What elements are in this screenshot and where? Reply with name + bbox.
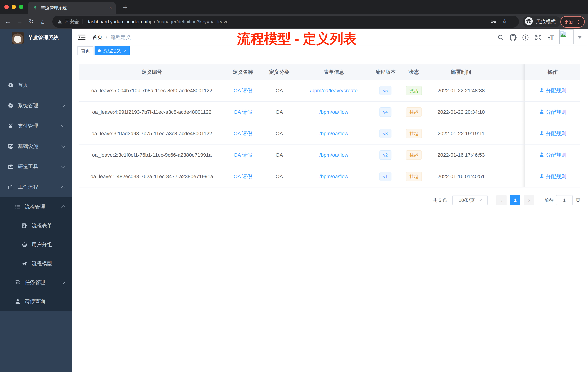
assign-rule-link[interactable]: 分配规则 [539, 109, 566, 116]
reload-icon[interactable]: ↻ [27, 17, 36, 26]
sidebar-logo-row[interactable]: 芋道管理系统 [0, 29, 72, 47]
search-icon[interactable] [497, 34, 504, 41]
assign-rule-link[interactable]: 分配规则 [539, 130, 566, 137]
cell-action[interactable]: 分配规则 [525, 123, 580, 144]
cell-definition-name[interactable]: OA 请假 [225, 144, 261, 166]
definition-name-link[interactable]: OA 请假 [234, 174, 252, 179]
version-badge: v5 [379, 86, 391, 95]
update-label[interactable]: 更新 [564, 19, 574, 25]
table-body: oa_leave:5:004b710b-7b8a-11ec-8ef0-acde4… [79, 80, 580, 187]
cell-definition-name[interactable]: OA 请假 [225, 166, 261, 187]
cell-definition-category: OA [261, 166, 297, 187]
definition-name-link[interactable]: OA 请假 [234, 152, 252, 158]
cell-form-info[interactable]: /bpm/oa/flow [297, 101, 370, 123]
font-size-icon[interactable]: тT [547, 34, 555, 41]
sidebar-item-3[interactable]: 基础设施 [0, 136, 72, 156]
next-page-button[interactable]: › [524, 195, 534, 205]
cell-action[interactable]: 分配规则 [525, 80, 580, 101]
definition-id: oa_leave:1:482ec033-762a-11ec-8477-a2380… [90, 174, 213, 179]
sidebar-item-10[interactable]: 任务管理 [0, 273, 72, 292]
help-icon[interactable]: ? [522, 34, 529, 41]
update-button[interactable]: 更新 ⋮ [560, 16, 585, 28]
assign-rule-link[interactable]: 分配规则 [539, 173, 566, 180]
form-info-link[interactable]: /bpm/oa/flow [319, 109, 348, 115]
address-divider [83, 19, 83, 24]
home-icon[interactable]: ⌂ [39, 17, 47, 26]
sidebar-item-6[interactable]: 流程管理 [0, 197, 72, 216]
traffic-light-minimize[interactable] [12, 5, 16, 9]
definition-id: oa_leave:5:004b710b-7b8a-11ec-8ef0-acde4… [91, 88, 212, 93]
sidebar-item-label: 请假查询 [25, 298, 45, 305]
chevron-down-icon [61, 164, 65, 168]
form-info-link[interactable]: /bpm/oa/leave/create [310, 88, 358, 93]
bookmark-star-icon[interactable]: ☆ [502, 18, 507, 25]
form-info-link[interactable]: /bpm/oa/flow [319, 131, 348, 136]
cell-definition-name[interactable]: OA 请假 [225, 123, 261, 144]
browser-tab[interactable]: 芋道管理系统 × [28, 2, 116, 14]
chevron-down-icon [61, 144, 65, 148]
cell-form-info[interactable]: /bpm/oa/flow [297, 123, 370, 144]
cell-form-info[interactable]: /bpm/oa/leave/create [297, 80, 370, 101]
cell-action[interactable]: 分配规则 [525, 166, 580, 187]
avatar-dropdown-caret-icon[interactable] [578, 36, 581, 39]
fullscreen-icon[interactable] [535, 34, 542, 41]
sidebar-item-11[interactable]: 请假查询 [0, 292, 72, 311]
sidebar-item-1[interactable]: 系统管理 [0, 95, 72, 116]
cell-form-info[interactable]: /bpm/oa/flow [297, 166, 370, 187]
traffic-light-zoom[interactable] [19, 5, 23, 9]
tag-process-definition[interactable]: 流程定义 × [94, 46, 130, 55]
definition-name-link[interactable]: OA 请假 [234, 131, 252, 136]
user-avatar-broken-image[interactable] [559, 30, 574, 44]
cell-definition-id: oa_leave:5:004b710b-7b8a-11ec-8ef0-acde4… [79, 80, 225, 101]
sidebar-toggle-hamburger-icon[interactable] [78, 34, 85, 42]
definition-name-link[interactable]: OA 请假 [234, 88, 252, 93]
cell-definition-category: OA [261, 80, 297, 101]
form-info-link[interactable]: /bpm/oa/flow [319, 152, 348, 158]
tab-close-icon[interactable]: × [109, 5, 112, 11]
col-header-filler [495, 65, 525, 80]
deploy-time: 2022-01-16 01:40:51 [437, 174, 485, 179]
sidebar-item-8[interactable]: 用户分组 [0, 235, 72, 254]
cell-action[interactable]: 分配规则 [525, 144, 580, 166]
sidebar-item-9[interactable]: 流程模型 [0, 254, 72, 273]
current-page-button[interactable]: 1 [510, 195, 520, 205]
cell-action[interactable]: 分配规则 [525, 101, 580, 123]
sidebar-menu: 首页系统管理支付管理基础设施研发工具工作流程流程管理流程表单用户分组流程模型任务… [0, 75, 72, 311]
not-secure-label[interactable]: 不安全 [65, 19, 79, 25]
assign-rule-link[interactable]: 分配规则 [539, 87, 566, 94]
address-bar[interactable]: 不安全 dashboard.yudao.iocoder.cn/bpm/manag… [52, 16, 519, 28]
goto-page-input[interactable] [556, 195, 573, 205]
tag-close-icon[interactable]: × [124, 48, 126, 53]
form-info-link[interactable]: /bpm/oa/flow [319, 174, 348, 179]
definition-category: OA [276, 88, 283, 93]
page-size-select[interactable]: 10条/页 [452, 195, 488, 205]
cell-filler [495, 101, 525, 123]
assign-rule-link[interactable]: 分配规则 [539, 152, 566, 159]
sidebar-item-7[interactable]: 流程表单 [0, 216, 72, 235]
sidebar-item-0[interactable]: 首页 [0, 75, 72, 95]
tag-home[interactable]: 首页 [77, 46, 94, 55]
cell-definition-category: OA [261, 144, 297, 166]
traffic-light-close[interactable] [4, 5, 9, 9]
deploy-time: 2022-01-22 19:19:11 [438, 131, 484, 136]
sidebar-item-5[interactable]: 工作流程 [0, 177, 72, 197]
sidebar-item-4[interactable]: 研发工具 [0, 156, 72, 177]
prev-page-button[interactable]: ‹ [496, 195, 506, 205]
chevron-down-icon [61, 103, 65, 107]
dashboard-icon [8, 82, 14, 88]
sidebar-item-2[interactable]: 支付管理 [0, 116, 72, 136]
key-icon[interactable] [490, 19, 496, 25]
browser-menu-kebab-icon[interactable]: ⋮ [576, 19, 581, 25]
back-icon[interactable]: ← [4, 17, 12, 26]
status-badge: 挂起 [406, 107, 422, 117]
cell-definition-name[interactable]: OA 请假 [225, 101, 261, 123]
definition-name-link[interactable]: OA 请假 [234, 109, 252, 115]
github-icon[interactable] [509, 34, 517, 41]
sidebar-item-label: 任务管理 [25, 279, 45, 286]
new-tab-button[interactable]: + [120, 2, 130, 12]
breadcrumb-home[interactable]: 首页 [92, 34, 103, 41]
col-header-name: 定义名称 [225, 65, 261, 80]
definition-category: OA [276, 109, 283, 115]
cell-form-info[interactable]: /bpm/oa/flow [297, 144, 370, 166]
cell-definition-name[interactable]: OA 请假 [225, 80, 261, 101]
